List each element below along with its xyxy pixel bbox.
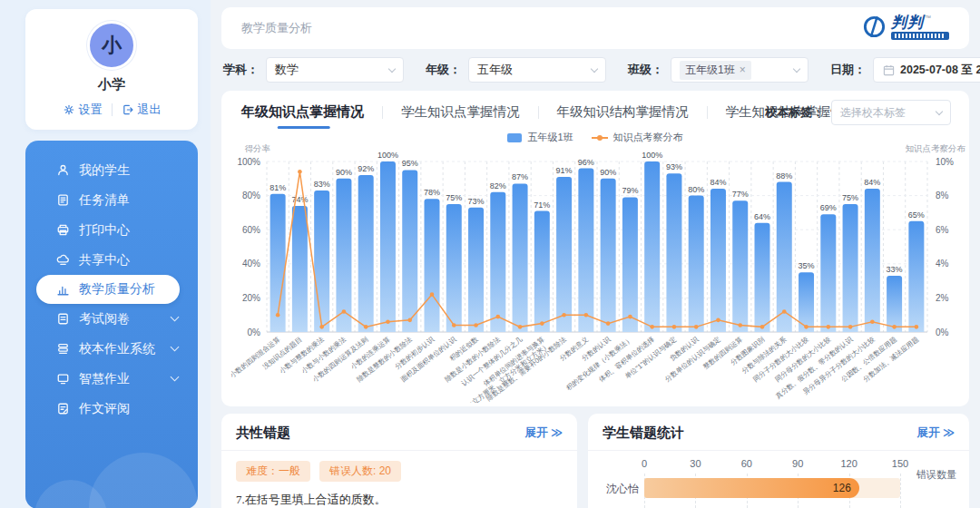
line-point: [870, 319, 875, 324]
bar-value-label: 84%: [710, 178, 726, 187]
student-mistakes-chart[interactable]: 错误数量 0306090120150沈心怡126黄松昊105: [644, 458, 900, 508]
class-label: 班级：: [628, 62, 663, 78]
student-mistakes-card: 学生错题统计 展开 ≫ 错误数量 0306090120150沈心怡126黄松昊1…: [588, 414, 969, 508]
line-point: [474, 323, 478, 327]
avatar-text: 小: [102, 32, 122, 59]
bar: [336, 179, 351, 332]
line-point: [760, 325, 765, 329]
bar: [865, 189, 880, 332]
sidebar-item-exam[interactable]: 考试阅卷: [25, 304, 198, 334]
right-axis-tick: 6%: [936, 225, 949, 235]
bar-value-label: 93%: [666, 162, 682, 171]
grade-value: 五年级: [477, 62, 513, 78]
main-area: 教学质量分析 判判 ™ 学科： 数学 年级： 五年级: [211, 0, 980, 508]
sidebar-item-smart[interactable]: 智慧作业: [25, 364, 198, 394]
bar-value-label: 81%: [270, 183, 286, 192]
chart-svg: 0%20%40%60%80%100%0%2%4%6%8%10%得分率知识点考察分…: [225, 142, 967, 403]
sidebar-item-essay[interactable]: 作文评阅: [25, 394, 198, 424]
school-tag-select[interactable]: 选择校本标签: [831, 100, 951, 125]
gridline-vertical: [900, 474, 901, 508]
subject-select[interactable]: 数学: [266, 57, 404, 83]
sidebar-item-label: 打印中心: [79, 222, 130, 239]
bar-value-label: 73%: [468, 197, 485, 206]
profile-card: 小 小学 设置 退出: [25, 9, 198, 130]
exam-icon: [56, 312, 70, 326]
bar: [666, 173, 681, 332]
line-point: [342, 309, 347, 314]
line-point: [430, 292, 435, 297]
bar: [556, 177, 572, 332]
right-axis-title: 知识点考察分布: [906, 143, 966, 153]
bar: [314, 190, 329, 332]
question-text: 7.在括号里填上合适的质数。: [236, 492, 563, 508]
bar: [513, 183, 528, 332]
bar: [446, 204, 462, 332]
smart-icon: [56, 372, 70, 386]
sidebar-item-school[interactable]: 校本作业系统: [25, 334, 198, 364]
left-axis-title: 得分率: [245, 143, 271, 153]
line-point: [716, 318, 720, 323]
bar-value-label: 83%: [314, 180, 330, 189]
bar-value-label: 74%: [291, 195, 308, 204]
bar-value-label: 87%: [512, 172, 528, 181]
line-point: [606, 321, 611, 326]
bar: [358, 175, 374, 332]
bar-value-label: 90%: [600, 168, 616, 177]
right-axis-tick: 0%: [936, 327, 949, 337]
sidebar-item-share[interactable]: 共享中心: [25, 245, 198, 275]
line-point: [364, 325, 368, 329]
class-select[interactable]: 五年级1班 ×: [671, 57, 808, 83]
left-axis-tick: 100%: [237, 157, 260, 167]
grade-select[interactable]: 五年级: [468, 57, 606, 83]
sidebar-item-label: 智慧作业: [79, 371, 130, 387]
sidebar-item-label: 教学质量分析: [79, 281, 155, 298]
student-error-row: 沈心怡126: [644, 478, 900, 498]
logo-tagline: [891, 32, 949, 40]
chevron-down-icon: [171, 373, 180, 382]
bar-value-label: 91%: [556, 166, 573, 175]
bar: [380, 161, 396, 332]
logout-label: 退出: [138, 102, 162, 118]
line-point: [892, 325, 897, 329]
chevron-down-icon: [171, 343, 180, 352]
bar: [468, 208, 484, 332]
bar-value-label: 75%: [446, 193, 462, 202]
sidebar-item-tasks[interactable]: 任务清单: [25, 185, 198, 215]
essay-icon: [56, 402, 70, 415]
student-mistakes-expand-link[interactable]: 展开 ≫: [916, 425, 955, 441]
tasks-icon: [56, 193, 70, 207]
bar: [622, 197, 638, 332]
logout-button[interactable]: 退出: [122, 102, 162, 118]
tab-student-knowledge-points[interactable]: 学生知识点掌握情况: [383, 103, 538, 121]
h-axis-tick: 0: [642, 458, 647, 469]
right-axis-tick: 4%: [936, 259, 949, 269]
bar: [578, 169, 593, 332]
student-name: 沈心怡: [601, 482, 639, 497]
bar-value-label: 77%: [732, 190, 749, 199]
bar: [908, 221, 924, 332]
students-icon: [56, 163, 70, 177]
logo-icon: [862, 15, 887, 42]
calendar-icon: [883, 64, 895, 76]
remove-tag-icon[interactable]: ×: [740, 64, 746, 76]
sidebar-item-print[interactable]: 打印中心: [25, 215, 198, 245]
bar-series-swatch: [507, 133, 522, 142]
line-series-swatch: [592, 137, 608, 139]
tab-grade-knowledge-points[interactable]: 年级知识点掌握情况: [241, 103, 382, 121]
bar-value-label: 92%: [358, 164, 374, 173]
h-axis-tick: 60: [741, 458, 752, 469]
sidebar-item-quality[interactable]: 教学质量分析: [36, 275, 180, 304]
line-point: [298, 170, 302, 174]
bar: [710, 189, 726, 332]
bar: [843, 204, 858, 332]
settings-button[interactable]: 设置: [63, 102, 103, 118]
line-point: [694, 325, 699, 329]
tab-grade-knowledge-structure[interactable]: 年级知识结构掌握情况: [539, 103, 707, 121]
knowledge-points-chart[interactable]: 0%20%40%60%80%100%0%2%4%6%8%10%得分率知识点考察分…: [225, 142, 967, 403]
chevron-down-icon: [171, 313, 180, 322]
date-range-picker[interactable]: 2025-07-08 至 2025-08-07: [873, 57, 980, 83]
bar: [820, 214, 836, 332]
common-mistakes-expand-link[interactable]: 展开 ≫: [524, 425, 563, 441]
sidebar-item-students[interactable]: 我的学生: [25, 155, 198, 185]
line-point: [672, 325, 677, 329]
